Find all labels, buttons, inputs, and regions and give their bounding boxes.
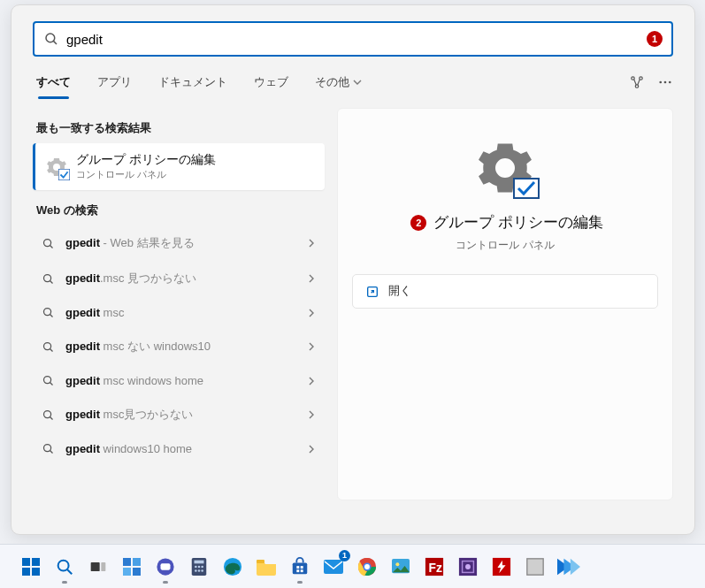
svg-text:Fz: Fz (429, 561, 442, 574)
edge-button[interactable] (219, 554, 246, 580)
svg-rect-8 (58, 169, 70, 180)
web-result-item[interactable]: gpedit msc (33, 296, 325, 329)
purple-square-icon (458, 557, 478, 577)
svg-point-42 (198, 565, 201, 568)
chat-icon (156, 557, 175, 577)
search-input[interactable] (59, 32, 643, 47)
search-window: 1 すべて アプリ ドキュメント ウェブ その他 最も一致する検索結果 (11, 4, 695, 535)
chevron-right-icon (307, 410, 316, 419)
flow-icon[interactable] (629, 74, 645, 90)
search-icon (42, 409, 55, 422)
web-result-item[interactable]: gpedit - Web 結果を見る (33, 225, 325, 261)
svg-point-44 (195, 569, 197, 572)
svg-rect-25 (22, 558, 30, 566)
svg-line-1 (53, 41, 57, 44)
check-overlay-icon (58, 169, 70, 180)
web-result-item[interactable]: gpedit msc ない windows10 (33, 329, 325, 364)
picture-icon (391, 558, 410, 576)
svg-marker-70 (571, 558, 580, 575)
web-search-header: Web の検索 (36, 202, 325, 218)
svg-line-20 (50, 416, 53, 419)
svg-rect-52 (296, 569, 299, 572)
taskbar: 1 Fz (0, 544, 705, 588)
teams-button[interactable] (152, 554, 179, 580)
svg-point-11 (44, 274, 51, 281)
chevron-down-icon (353, 78, 362, 87)
store-icon (290, 557, 310, 577)
svg-point-5 (659, 81, 662, 84)
svg-rect-33 (123, 558, 131, 566)
preview-subtitle: コントロール パネル (456, 238, 554, 253)
svg-line-10 (50, 245, 53, 248)
search-icon (43, 31, 59, 47)
tab-more[interactable]: その他 (311, 65, 365, 99)
web-result-label: gpedit - Web 結果を見る (65, 235, 195, 251)
more-icon[interactable] (657, 74, 673, 90)
svg-rect-28 (32, 568, 40, 576)
chevron-right-icon (307, 274, 316, 283)
widgets-button[interactable] (119, 554, 145, 580)
svg-point-0 (46, 34, 55, 42)
svg-point-41 (195, 565, 197, 568)
svg-rect-54 (324, 560, 343, 574)
filezilla-button[interactable]: Fz (421, 554, 448, 580)
store-button[interactable] (287, 554, 313, 580)
svg-line-16 (50, 348, 53, 351)
folder-icon (256, 558, 277, 576)
start-button[interactable] (18, 554, 44, 580)
web-result-label: gpedit msc windows home (65, 374, 203, 387)
tab-all[interactable]: すべて (33, 65, 74, 99)
search-taskbar-button[interactable] (51, 554, 78, 580)
svg-point-13 (44, 309, 51, 316)
best-match-item[interactable]: グループ ポリシーの編集 コントロール パネル (33, 143, 325, 190)
search-icon (42, 237, 55, 250)
svg-point-43 (201, 565, 203, 568)
mail-button[interactable]: 1 (320, 554, 347, 580)
svg-point-64 (465, 564, 471, 569)
task-view-icon (89, 558, 107, 576)
open-button[interactable]: 開く (352, 274, 658, 309)
task-view-button[interactable] (85, 554, 111, 580)
power-automate-button[interactable] (556, 554, 582, 580)
svg-line-12 (50, 280, 53, 283)
app-gray-square-button[interactable] (522, 554, 548, 580)
flow-arrow-icon (557, 558, 580, 576)
gear-check-large-icon (476, 139, 534, 197)
tab-documents[interactable]: ドキュメント (155, 65, 231, 99)
svg-rect-27 (22, 568, 30, 576)
svg-line-22 (50, 451, 53, 454)
web-result-item[interactable]: gpedit windows10 home (33, 432, 325, 465)
search-icon (42, 306, 55, 319)
app-purple-button[interactable] (455, 554, 481, 580)
svg-rect-26 (32, 558, 40, 566)
svg-rect-50 (296, 566, 299, 569)
svg-point-57 (364, 564, 370, 569)
chrome-button[interactable] (354, 554, 380, 580)
best-match-header: 最も一致する検索結果 (36, 120, 325, 136)
svg-rect-51 (301, 566, 303, 569)
svg-point-29 (58, 560, 69, 570)
chevron-right-icon (307, 309, 316, 317)
preview-title: グループ ポリシーの編集 (433, 213, 603, 233)
results-left-column: 最も一致する検索結果 グループ ポリシーの編集 コントロール パネル Web の… (33, 108, 325, 500)
chevron-right-icon (307, 239, 316, 248)
app-red-bolt-button[interactable] (488, 554, 515, 580)
calculator-button[interactable] (186, 554, 212, 580)
web-result-item[interactable]: gpedit msc見つからない (33, 397, 325, 432)
web-result-item[interactable]: gpedit.msc 見つからない (33, 261, 325, 296)
svg-point-19 (44, 410, 51, 417)
chevron-right-icon (307, 445, 316, 454)
web-result-item[interactable]: gpedit msc windows home (33, 364, 325, 397)
calculator-icon (190, 557, 208, 577)
svg-point-6 (664, 81, 667, 84)
search-box[interactable]: 1 (33, 21, 673, 57)
best-match-subtitle: コントロール パネル (76, 168, 216, 181)
web-result-label: gpedit.msc 見つからない (65, 271, 196, 286)
tab-web[interactable]: ウェブ (250, 65, 292, 99)
explorer-button[interactable] (253, 554, 280, 580)
paint-button[interactable] (387, 554, 414, 580)
windows-logo-icon (21, 557, 41, 577)
preview-pane: 2 グループ ポリシーの編集 コントロール パネル 開く (337, 108, 673, 500)
chevron-right-icon (307, 342, 316, 351)
tab-apps[interactable]: アプリ (94, 65, 135, 99)
